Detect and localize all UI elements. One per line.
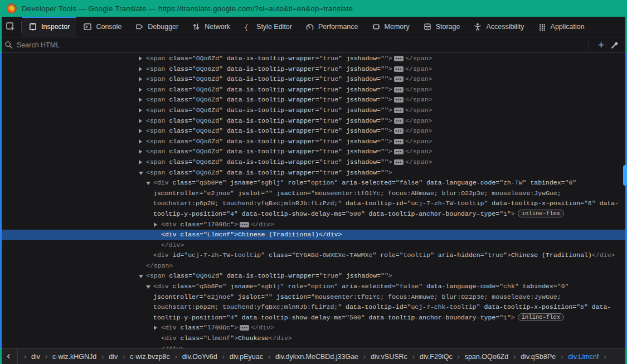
tab-application[interactable]: Application — [531, 17, 591, 37]
twisty-collapsed-icon[interactable] — [139, 67, 142, 71]
markup-row[interactable]: jscontroller="e2jnoe" jsslot="" jsaction… — [2, 188, 625, 199]
search-toolbar: + — [0, 37, 627, 53]
twisty-collapsed-icon[interactable] — [139, 77, 142, 81]
markup-row[interactable]: jscontroller="e2jnoe" jsslot="" jsaction… — [2, 292, 625, 303]
markup-row[interactable]: <span class="OQo6Zd" data-is-tooltip-wra… — [2, 85, 625, 95]
tab-network[interactable]: Network — [185, 17, 237, 37]
markup-row[interactable]: touchstart:p6p2H; touchend:yfqBxc;mlnRJb… — [2, 302, 625, 313]
markup-row[interactable]: <div class="l709Dc">•••</div> — [2, 323, 625, 333]
breadcrumb-item[interactable]: div.pEyuac — [229, 353, 264, 361]
twisty-collapsed-icon[interactable] — [139, 119, 142, 123]
twisty-collapsed-icon[interactable] — [139, 88, 142, 92]
show-all-nodes-badge[interactable]: ••• — [394, 76, 404, 82]
twisty-collapsed-icon[interactable] — [139, 129, 142, 133]
breadcrumb-item[interactable]: div — [30, 353, 41, 361]
twisty-collapsed-icon[interactable] — [139, 139, 142, 144]
markup-row[interactable]: <span class="OQo6Zd" data-is-tooltip-wra… — [2, 95, 625, 105]
breadcrumb-item[interactable]: div.qSb8Pe — [519, 353, 557, 361]
markup-row[interactable]: tooltip-y-position="4" data-tooltip-show… — [2, 209, 625, 220]
show-all-nodes-badge[interactable]: ••• — [394, 66, 404, 72]
breadcrumb-item[interactable]: c-wiz.bvzp8c — [129, 353, 171, 361]
twisty-collapsed-icon[interactable] — [139, 160, 142, 164]
show-all-nodes-badge[interactable]: ••• — [240, 325, 249, 331]
tab-performance[interactable]: Performance — [299, 17, 365, 37]
tab-debugger[interactable]: Debugger — [128, 17, 185, 37]
search-input[interactable] — [17, 41, 583, 49]
network-icon — [192, 22, 201, 31]
markup-row[interactable]: <span class="OQo6Zd" data-is-tooltip-wra… — [2, 126, 625, 137]
markup-row[interactable]: <span class="OQo6Zd" data-is-tooltip-wra… — [2, 147, 625, 157]
markup-row[interactable]: <span class="OQo6Zd" data-is-tooltip-wra… — [2, 54, 625, 64]
twisty-collapsed-icon[interactable] — [154, 222, 157, 227]
markup-row[interactable]: <div id="ucj-7-zh-TW-tooltip" class="EY8… — [2, 250, 625, 261]
show-all-nodes-badge[interactable]: ••• — [394, 56, 404, 61]
twisty-collapsed-icon[interactable] — [154, 326, 157, 330]
markup-row[interactable]: <span class="OQo6Zd" data-is-tooltip-wra… — [2, 64, 625, 75]
show-all-nodes-badge[interactable]: ••• — [394, 128, 404, 134]
markup-row[interactable]: <span class="OQo6Zd" data-is-tooltip-wra… — [2, 168, 625, 178]
markup-row[interactable]: <div class="Llmcnf">Chuukese</div> — [2, 333, 625, 344]
twisty-expanded-icon[interactable] — [146, 182, 150, 185]
create-new-node-button[interactable]: + — [595, 41, 607, 50]
breadcrumb-item[interactable]: div.OoYv6d — [181, 353, 218, 361]
tab-storage[interactable]: Storage — [416, 17, 467, 37]
show-all-nodes-badge[interactable]: ••• — [394, 149, 404, 154]
tab-label: Performance — [318, 23, 358, 31]
eyedropper-button[interactable] — [607, 41, 623, 49]
twisty-expanded-icon[interactable] — [139, 275, 143, 278]
tab-accessibility[interactable]: Accessibility — [466, 17, 531, 37]
twisty-expanded-icon[interactable] — [139, 172, 143, 175]
show-all-nodes-badge[interactable]: ••• — [394, 97, 404, 103]
inspector-icon — [28, 22, 37, 31]
show-all-nodes-badge[interactable]: ••• — [240, 222, 249, 227]
twisty-expanded-icon[interactable] — [146, 285, 150, 289]
twisty-collapsed-icon[interactable] — [139, 98, 142, 102]
pick-element-button[interactable] — [0, 17, 21, 37]
markup-row[interactable]: touchstart:p6p2H; touchend:yfqBxc;mlnRJb… — [2, 198, 625, 209]
tab-label: Debugger — [148, 23, 178, 31]
breadcrumb-item[interactable]: c-wiz.kHGNJd — [51, 353, 98, 361]
window-border-left-bottom — [0, 348, 2, 364]
twisty-collapsed-icon[interactable] — [139, 149, 142, 154]
titlebar: Developer Tools — Google Translate — htt… — [0, 0, 627, 17]
twisty-collapsed-icon[interactable] — [139, 56, 142, 61]
tab-memory[interactable]: Memory — [365, 17, 416, 37]
show-all-nodes-badge[interactable]: ••• — [394, 139, 404, 144]
markup-row[interactable]: <div class="qSb8Pe" jsname="sgblj" role=… — [2, 282, 625, 292]
markup-row[interactable]: <div class="l709Dc">•••</div> — [2, 220, 625, 230]
markup-row[interactable]: </div> — [2, 240, 625, 251]
breadcrumb-separator-icon: › — [458, 353, 460, 361]
tab-console[interactable]: Console — [76, 17, 128, 37]
eyedropper-icon — [611, 41, 619, 49]
show-all-nodes-badge[interactable]: ••• — [394, 87, 404, 93]
markup-row[interactable]: <span class="OQo6Zd" data-is-tooltip-wra… — [2, 116, 625, 127]
breadcrumb-item[interactable]: div — [108, 353, 119, 361]
breadcrumb-back-button[interactable]: ‹ — [0, 349, 18, 364]
markup-row[interactable]: <span class="OQo6Zd" data-is-tooltip-wra… — [2, 137, 625, 147]
markup-row-selected[interactable]: <div class="Llmcnf">Chinese (Traditional… — [2, 230, 625, 240]
breadcrumb-item-selected[interactable]: div.Llmcnf — [567, 353, 600, 361]
markup-row[interactable]: <span class="OQo6Zd" data-is-tooltip-wra… — [2, 74, 625, 85]
scrollbar-thumb[interactable] — [623, 165, 627, 186]
markup-row[interactable]: </div> — [2, 344, 625, 348]
tab-inspector[interactable]: Inspector — [22, 17, 76, 37]
markup-row[interactable]: tooltip-y-position="4" data-tooltip-show… — [2, 313, 625, 323]
markup-row[interactable]: <span class="OQo6Zd" data-is-tooltip-wra… — [2, 157, 625, 168]
breadcrumb-item[interactable]: div.F29iQc — [419, 353, 454, 361]
console-icon — [83, 22, 92, 31]
show-all-nodes-badge[interactable]: ••• — [394, 108, 404, 113]
show-all-nodes-badge[interactable]: ••• — [394, 118, 404, 124]
twisty-collapsed-icon[interactable] — [139, 108, 142, 113]
breadcrumb-item[interactable]: div.dykxn.MeCBDd.j33Gae — [274, 353, 359, 361]
tab-styleeditor[interactable]: { }Style Editor — [237, 17, 299, 37]
markup-row[interactable]: </span> — [2, 261, 625, 271]
breadcrumb-separator-icon: › — [412, 353, 415, 361]
markup-row[interactable]: <span class="OQo6Zd" data-is-tooltip-wra… — [2, 271, 625, 282]
markup-row[interactable]: <span class="OQo6Zd" data-is-tooltip-wra… — [2, 105, 625, 116]
breadcrumb-item[interactable]: span.OQo6Zd — [464, 353, 510, 361]
markup-view[interactable]: <span class="OQo6Zd" data-is-tooltip-wra… — [2, 53, 625, 348]
show-all-nodes-badge[interactable]: ••• — [394, 159, 404, 165]
window-title: Developer Tools — Google Translate — htt… — [22, 4, 353, 13]
markup-row[interactable]: <div class="qSb8Pe" jsname="sgblj" role=… — [2, 178, 625, 188]
breadcrumb-item[interactable]: div.vSUSRc — [370, 353, 409, 361]
